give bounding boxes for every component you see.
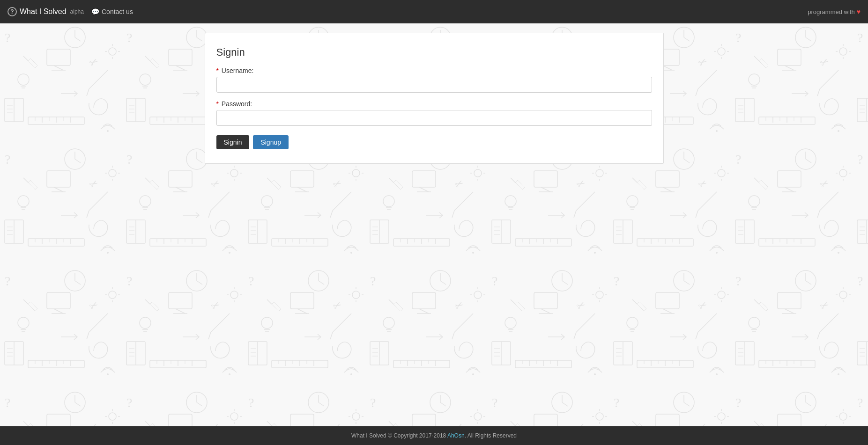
footer-link[interactable]: AhOsn — [447, 432, 465, 439]
navbar-left: ? What I Solved alpha 💬 Contact us — [7, 7, 133, 16]
programmed-with-text: programmed with — [808, 8, 854, 15]
brand-name: What I Solved — [20, 7, 67, 16]
password-required-star: * — [216, 100, 219, 108]
brand-icon: ? — [7, 7, 17, 16]
main-content: ? ✂ — [0, 23, 868, 426]
footer-text: What I Solved © Copyright 2017-2018 AhOs… — [351, 432, 517, 439]
navbar-right: programmed with ♥ — [808, 8, 861, 15]
username-required-star: * — [216, 67, 219, 74]
contact-label: Contact us — [102, 8, 133, 15]
signin-title: Signin — [216, 46, 652, 58]
password-label: * Password: — [216, 100, 652, 108]
contact-link[interactable]: 💬 Contact us — [91, 8, 133, 15]
chat-icon: 💬 — [91, 8, 99, 15]
password-input[interactable] — [216, 110, 652, 126]
signup-button[interactable]: Signup — [253, 135, 289, 149]
signin-button[interactable]: Signin — [216, 135, 250, 149]
signin-card: Signin * Username: * Password: Signin Si… — [205, 33, 664, 164]
username-group: * Username: — [216, 67, 652, 93]
username-input[interactable] — [216, 77, 652, 93]
brand-logo[interactable]: ? What I Solved alpha — [7, 7, 84, 16]
form-buttons: Signin Signup — [216, 135, 652, 149]
brand-alpha: alpha — [70, 8, 84, 15]
heart-icon: ♥ — [857, 8, 861, 15]
username-label: * Username: — [216, 67, 652, 74]
footer: What I Solved © Copyright 2017-2018 AhOs… — [0, 426, 868, 445]
navbar: ? What I Solved alpha 💬 Contact us progr… — [0, 0, 868, 23]
password-group: * Password: — [216, 100, 652, 126]
